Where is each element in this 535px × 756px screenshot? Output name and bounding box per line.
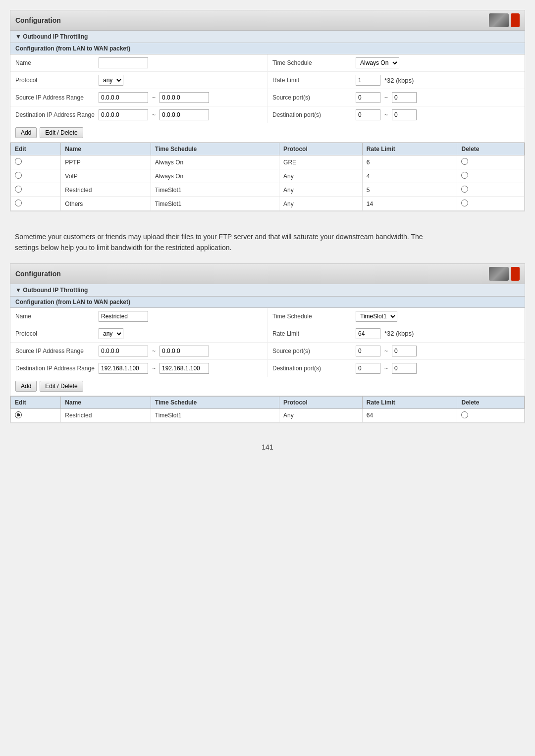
panel1-col-edit: Edit — [11, 143, 61, 155]
panel1-source-port-row: Source port(s) ~ — [268, 89, 525, 106]
logo-red — [511, 13, 520, 27]
panel2-col-rate: Rate Limit — [362, 396, 457, 408]
panel2-table: Edit Name Time Schedule Protocol Rate Li… — [10, 396, 525, 423]
panel1-rate-limit-unit: *32 (kbps) — [384, 77, 414, 84]
panel1-header: Configuration — [10, 10, 525, 31]
logo2 — [489, 267, 520, 281]
panel2-subtitle: Configuration (from LAN to WAN packet) — [10, 297, 525, 308]
panel1-dest-ip-to[interactable] — [160, 109, 209, 120]
delete-radio[interactable] — [461, 200, 468, 206]
panel1-source-ip-to[interactable] — [160, 92, 209, 103]
panel1-name-row: Name — [10, 54, 267, 72]
rate-limit-cell: 14 — [362, 197, 457, 211]
panel2-source-port-to[interactable] — [392, 346, 417, 356]
panel2-source-port-from[interactable] — [356, 346, 380, 356]
edit-cell — [11, 155, 61, 169]
panel2-rate-limit-input[interactable] — [356, 328, 380, 339]
panel2-section: ▼ Outbound IP Throttling — [10, 284, 525, 297]
panel2-time-schedule-row: Time Schedule TimeSlot1 — [268, 308, 525, 325]
panel2-source-port-tilde: ~ — [384, 348, 388, 354]
panel1-source-ip-from[interactable] — [99, 92, 148, 103]
panel1-form-left: Name Protocol any Source IP Address Rang… — [10, 54, 268, 123]
panel2-source-ip-from[interactable] — [99, 346, 148, 356]
edit-cell — [11, 169, 61, 183]
panel1-source-port-to[interactable] — [392, 92, 417, 103]
panel1-name-label: Name — [15, 59, 95, 66]
protocol-cell: GRE — [279, 155, 363, 169]
panel1-edit-delete-button[interactable]: Edit / Delete — [40, 127, 83, 138]
table-row: VoIP Always On Any 4 — [11, 169, 525, 183]
panel1-dest-ip-from[interactable] — [99, 109, 148, 120]
rate-limit-cell: 5 — [362, 183, 457, 197]
name-cell: Others — [61, 197, 151, 211]
panel1-time-schedule-select[interactable]: Always On — [356, 57, 399, 68]
panel1-section: ▼ Outbound IP Throttling — [10, 31, 525, 43]
panel1-protocol-select[interactable]: any — [99, 75, 123, 86]
panel1-col-delete: Delete — [457, 143, 525, 155]
panel2-source-port-row: Source port(s) ~ — [268, 343, 525, 360]
panel2-rate-limit-label: Rate Limit — [272, 330, 352, 337]
panel2-col-time: Time Schedule — [151, 396, 279, 408]
panel1-name-input[interactable] — [99, 57, 148, 68]
panel2-dest-ip-to[interactable] — [160, 363, 209, 374]
panel1-dest-port-row: Destination port(s) ~ — [268, 106, 525, 123]
delete-radio[interactable] — [461, 411, 468, 418]
panel2-dest-port-label: Destination port(s) — [272, 365, 352, 372]
panel1-source-ip-tilde: ~ — [152, 94, 156, 101]
delete-cell — [457, 169, 525, 183]
panel2-dest-ip-from[interactable] — [99, 363, 148, 374]
delete-radio[interactable] — [461, 158, 468, 165]
panel1-source-ip-row: Source IP Address Range ~ — [10, 89, 267, 106]
description-text: Sometime your customers or friends may u… — [10, 221, 431, 263]
panel1-source-port-from[interactable] — [356, 92, 380, 103]
name-cell: Restricted — [61, 408, 151, 422]
panel2-source-ip-to[interactable] — [160, 346, 209, 356]
panel2-dest-port-from[interactable] — [356, 363, 380, 374]
delete-radio[interactable] — [461, 172, 468, 179]
panel1-subtitle: Configuration (from LAN to WAN packet) — [10, 43, 525, 54]
panel2-time-schedule-select[interactable]: TimeSlot1 — [356, 311, 397, 322]
panel2-dest-ip-tilde: ~ — [152, 365, 156, 372]
edit-radio[interactable] — [15, 200, 22, 206]
panel1-dest-ip-label: Destination IP Address Range — [15, 111, 95, 118]
time-schedule-cell: Always On — [151, 155, 279, 169]
panel1-dest-port-tilde: ~ — [384, 111, 388, 118]
panel1-rate-limit-input[interactable] — [356, 75, 380, 86]
time-schedule-cell: TimeSlot1 — [151, 408, 279, 422]
rate-limit-cell: 64 — [362, 408, 457, 422]
panel1-source-port-label: Source port(s) — [272, 94, 352, 101]
protocol-cell: Any — [279, 197, 363, 211]
delete-radio[interactable] — [461, 186, 468, 193]
panel2-dest-ip-label: Destination IP Address Range — [15, 365, 95, 372]
panel1-dest-port-to[interactable] — [392, 109, 417, 120]
delete-cell — [457, 197, 525, 211]
panel2-name-input[interactable] — [99, 311, 148, 322]
panel1-dest-port-label: Destination port(s) — [272, 111, 352, 118]
panel2-add-button[interactable]: Add — [15, 381, 37, 392]
page-number: 141 — [10, 433, 525, 461]
edit-radio[interactable] — [15, 186, 22, 193]
panel2-edit-delete-button[interactable]: Edit / Delete — [40, 381, 83, 392]
delete-cell — [457, 408, 525, 422]
table-row: Restricted TimeSlot1 Any 5 — [11, 183, 525, 197]
time-schedule-cell: TimeSlot1 — [151, 197, 279, 211]
panel1-source-ip-label: Source IP Address Range — [15, 94, 95, 101]
panel2-dest-port-to[interactable] — [392, 363, 417, 374]
panel1-dest-port-from[interactable] — [356, 109, 380, 120]
panel1-add-button[interactable]: Add — [15, 127, 37, 138]
panel1-btn-row: Add Edit / Delete — [10, 123, 525, 143]
edit-radio[interactable] — [15, 172, 22, 179]
panel2-protocol-select[interactable]: any — [99, 328, 123, 339]
logo-icon — [489, 13, 509, 27]
edit-radio[interactable] — [15, 411, 22, 418]
name-cell: VoIP — [61, 169, 151, 183]
panel2-dest-ip-row: Destination IP Address Range ~ — [10, 360, 267, 377]
panel1-title: Configuration — [15, 16, 61, 24]
panel2-source-ip-label: Source IP Address Range — [15, 348, 95, 354]
time-schedule-cell: TimeSlot1 — [151, 183, 279, 197]
config-panel-2: Configuration ▼ Outbound IP Throttling C… — [10, 263, 525, 423]
edit-radio[interactable] — [15, 158, 22, 165]
protocol-cell: Any — [279, 183, 363, 197]
panel1-source-port-tilde: ~ — [384, 94, 388, 101]
panel1-col-name: Name — [61, 143, 151, 155]
